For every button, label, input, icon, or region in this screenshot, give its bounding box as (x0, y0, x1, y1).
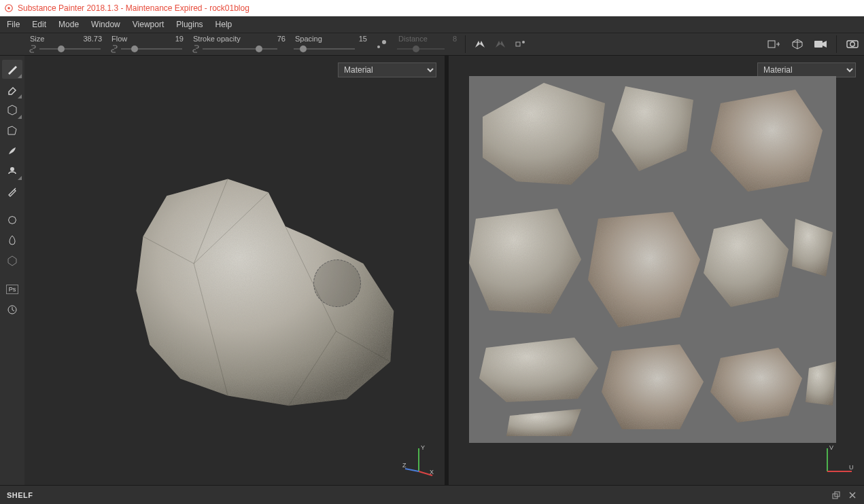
viewport-2d[interactable]: Material (449, 56, 864, 485)
slider-opacity[interactable] (203, 44, 277, 54)
menu-file[interactable]: File (7, 20, 20, 29)
svg-text:U: U (849, 464, 854, 471)
title-bar: Substance Painter 2018.1.3 - Maintenance… (0, 0, 864, 16)
param-distance: Distance8 (397, 35, 458, 54)
clone-tool-icon[interactable] (2, 162, 22, 181)
photoshop-icon[interactable]: Ps (2, 280, 22, 299)
polygon-fill-tool-icon[interactable] (2, 121, 22, 140)
axis-gizmo-3d-icon: Y X Z (402, 444, 435, 477)
svg-point-3 (382, 40, 386, 44)
link-icon[interactable] (192, 44, 200, 54)
undock-icon[interactable] (831, 490, 841, 500)
param-spacing-value: 15 (359, 35, 367, 43)
slider-distance (397, 44, 445, 54)
menu-mode[interactable]: Mode (58, 20, 79, 29)
param-distance-label: Distance (398, 35, 428, 43)
main-area: Ps Material (0, 56, 864, 485)
brush-tool-icon[interactable] (2, 60, 22, 79)
svg-text:X: X (430, 469, 434, 475)
menu-edit[interactable]: Edit (32, 20, 46, 29)
svg-point-2 (377, 46, 380, 48)
param-opacity: Stroke opacity76 (192, 35, 287, 54)
divider (836, 35, 837, 53)
menu-bar: File Edit Mode Window Viewport Plugins H… (0, 16, 864, 33)
svg-rect-6 (768, 41, 775, 48)
close-icon[interactable] (848, 490, 857, 500)
svg-rect-4 (516, 42, 520, 46)
menu-plugins[interactable]: Plugins (176, 20, 203, 29)
param-opacity-value: 76 (277, 35, 286, 43)
resources-updater-icon[interactable] (2, 300, 22, 319)
left-toolbar: Ps (0, 56, 24, 485)
svg-rect-7 (814, 41, 823, 48)
material-picker-tool-icon[interactable] (2, 182, 22, 201)
param-flow-label: Flow (111, 35, 127, 43)
iray-icon[interactable] (2, 251, 22, 270)
menu-help[interactable]: Help (215, 20, 232, 29)
param-distance-value: 8 (453, 35, 457, 43)
svg-point-5 (522, 41, 525, 43)
symmetry-settings-icon[interactable] (513, 37, 528, 52)
param-flow-value: 19 (175, 35, 184, 43)
alignment-icon[interactable] (375, 37, 390, 52)
param-size: Size38.73 (29, 35, 103, 54)
smudge-tool-icon[interactable] (2, 141, 22, 160)
svg-text:Z: Z (402, 462, 407, 469)
perspective-icon[interactable] (790, 37, 805, 52)
uv-islands-icon (469, 76, 836, 443)
param-flow: Flow19 (110, 35, 185, 54)
eraser-tool-icon[interactable] (2, 80, 22, 99)
param-size-label: Size (30, 35, 44, 43)
shelf-title: SHELF (7, 491, 33, 499)
baking-icon[interactable] (2, 231, 22, 250)
symmetry-x-icon[interactable] (472, 37, 487, 52)
app-logo-icon (4, 3, 14, 13)
brush-cursor-icon (313, 259, 361, 307)
svg-point-9 (850, 42, 854, 46)
render-icon[interactable] (845, 37, 860, 52)
viewport-3d[interactable]: Material (24, 56, 445, 485)
svg-text:V: V (829, 444, 833, 451)
svg-line-14 (405, 469, 419, 471)
axis-gizmo-uv-icon: V U (822, 444, 854, 477)
param-spacing: Spacing15 (294, 35, 368, 54)
slider-spacing[interactable] (294, 44, 355, 54)
uv-canvas (469, 76, 836, 443)
link-icon[interactable] (110, 44, 118, 54)
param-size-value: 38.73 (83, 35, 102, 43)
link-icon[interactable] (29, 44, 37, 54)
divider (465, 35, 466, 53)
camera-icon[interactable] (813, 37, 828, 52)
param-spacing-label: Spacing (295, 35, 322, 43)
projection-tool-icon[interactable] (2, 101, 22, 120)
display-settings-icon[interactable] (767, 37, 782, 52)
toolbar-right (767, 35, 860, 53)
param-bar: Size38.73 Flow19 Stroke opacity76 Spacin… (0, 33, 864, 56)
menu-window[interactable]: Window (91, 20, 120, 29)
viewports: Material (24, 56, 864, 485)
symmetry-y-icon[interactable] (493, 37, 508, 52)
menu-viewport[interactable]: Viewport (133, 20, 164, 29)
svg-text:Y: Y (421, 444, 425, 451)
shelf-panel: SHELF (0, 485, 864, 504)
svg-point-1 (7, 7, 10, 10)
substance-icon[interactable] (2, 211, 22, 230)
param-opacity-label: Stroke opacity (193, 35, 241, 43)
slider-flow[interactable] (121, 44, 182, 54)
window-title: Substance Painter 2018.1.3 - Maintenance… (18, 3, 249, 13)
slider-size[interactable] (39, 44, 101, 54)
mesh-3d-icon (24, 56, 445, 485)
viewport-2d-channel-select[interactable]: Material (757, 62, 856, 77)
svg-point-10 (10, 167, 14, 171)
